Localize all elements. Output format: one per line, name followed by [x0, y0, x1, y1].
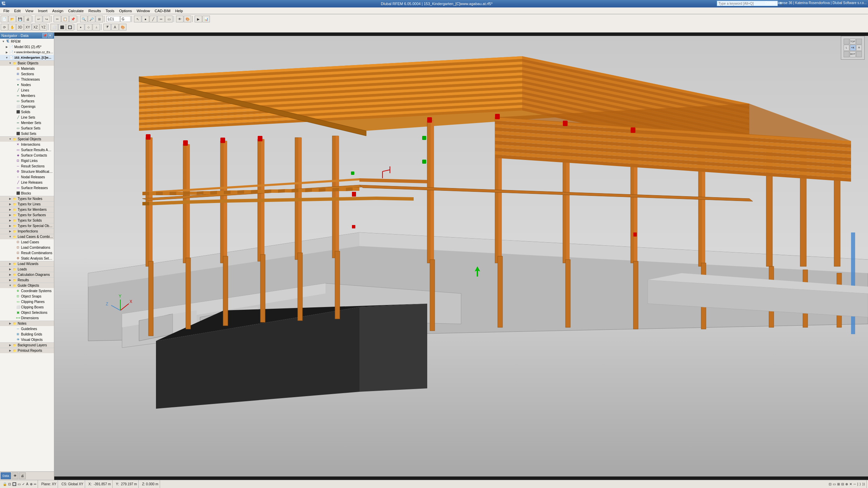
tb-new[interactable]: 📄 — [1, 16, 8, 22]
lc-input2[interactable] — [120, 16, 131, 22]
nav-data-btn[interactable]: Data — [1, 472, 11, 479]
tb2-wire[interactable]: ⬜ — [51, 24, 58, 30]
tree-typesnodes[interactable]: ▶ 📁 Types for Nodes — [0, 196, 54, 201]
tb2-colors[interactable]: 🎨 — [119, 24, 126, 30]
tb-cut[interactable]: ✂ — [54, 16, 61, 22]
tb2-rotate[interactable]: ⟳ — [1, 24, 8, 30]
nav-print-btn[interactable]: 🖨 — [19, 472, 26, 479]
status-icon-r1[interactable]: ⊡ — [829, 482, 831, 486]
tree-intersections[interactable]: ▶ ✕ Intersections — [0, 142, 54, 147]
menu-tools[interactable]: Tools — [103, 8, 116, 14]
tree-staticsettings[interactable]: ▶ ⚙ Static Analysis Settings — [0, 256, 54, 261]
tree-openings[interactable]: ▶ ⬜ Openings — [0, 104, 54, 109]
tree-blocks[interactable]: ▶ ⬛ Blocks — [0, 190, 54, 196]
tb2-labels[interactable]: A — [111, 24, 119, 30]
tb-copy[interactable]: 📋 — [61, 16, 69, 22]
tree-loads[interactable]: ▶ 📁 Loads — [0, 266, 54, 272]
tree-thicknesses[interactable]: ▶ ▭ Thicknesses — [0, 77, 54, 82]
menu-file[interactable]: File — [1, 8, 12, 14]
expander-printreports[interactable]: ▶ — [8, 349, 12, 353]
tree-loadcasesitem[interactable]: ▶ ⊡ Load Cases — [0, 239, 54, 245]
tree-typesspecial[interactable]: ▶ 📁 Types for Special Objects — [0, 223, 54, 228]
expander-bglayers[interactable]: ▶ — [8, 343, 12, 347]
tree-model153[interactable]: ▼ 📄 153_Kindergarten_[C]www... — [0, 55, 54, 60]
tb-surface[interactable]: ▭ — [165, 16, 173, 22]
expander-specialobj[interactable]: ▼ — [8, 137, 12, 141]
tree-typeslines[interactable]: ▶ 📁 Types for Lines — [0, 201, 54, 207]
tree-solidsets[interactable]: ▶ ⬛ Solid Sets — [0, 131, 54, 136]
expander-rfem[interactable]: ▼ — [1, 39, 5, 43]
tree-clippingplanes[interactable]: ▶ ▭ Clipping Planes — [0, 299, 54, 304]
tree-rfem-root[interactable]: ▼ 🏗 RFEM — [0, 39, 54, 44]
tree-solids[interactable]: ▶ ⬛ Solids — [0, 109, 54, 115]
tree-imperfections[interactable]: ▶ 📁 Imperfections — [0, 228, 54, 234]
expander-loads[interactable]: ▶ — [8, 267, 12, 271]
expander-typesnodes[interactable]: ▶ — [8, 197, 12, 201]
tree-membersets[interactable]: ▶ ═ Member Sets — [0, 120, 54, 125]
navigation-cube[interactable]: TOP L +X R BOT — [841, 36, 865, 60]
tree-model001[interactable]: ▶ 📄 Model 001 (2).rf5* — [0, 44, 54, 49]
tree-dimensions[interactable]: ▶ ⟺ Dimensions — [0, 315, 54, 321]
status-icon-r5[interactable]: ⊕ — [845, 482, 848, 486]
tb-results[interactable]: 📊 — [202, 16, 210, 22]
expander-typeslines[interactable]: ▶ — [8, 202, 12, 206]
tb2-render2[interactable]: 🔲 — [66, 24, 74, 30]
tree-specialobj[interactable]: ▼ 📁 Special Objects — [0, 136, 54, 142]
tb-open[interactable]: 📂 — [8, 16, 16, 22]
tb2-yz[interactable]: YZ — [40, 24, 47, 30]
menu-options[interactable]: Options — [117, 8, 134, 14]
tb2-xy[interactable]: XY — [24, 24, 32, 30]
tree-typessolids[interactable]: ▶ 📁 Types for Solids — [0, 218, 54, 223]
tree-notes[interactable]: ▶ 📁 Notes — [0, 321, 54, 326]
tree-buildinggrids[interactable]: ▶ ⊞ Building Grids — [0, 331, 54, 337]
statusbar-icon2[interactable]: ⊡ — [8, 482, 11, 486]
tree-nodes[interactable]: ▶ ● Nodes — [0, 82, 54, 87]
tb-select-mode[interactable]: ↖ — [134, 16, 141, 22]
menu-calculate[interactable]: Calculate — [66, 8, 86, 14]
expander-guideobj[interactable]: ▼ — [8, 284, 12, 288]
status-icon-r8[interactable]: | — [857, 482, 858, 486]
status-icon-r2[interactable]: ▭ — [833, 482, 836, 486]
tb-node[interactable]: ● — [142, 16, 149, 22]
tree-typesmembers[interactable]: ▶ 📁 Types for Members — [0, 207, 54, 212]
expander-model153[interactable]: ▼ — [5, 56, 9, 60]
tree-calcdiagrams[interactable]: ▶ 📁 Calculation Diagrams — [0, 272, 54, 277]
tree-linereleases[interactable]: ▶ ╱ Line Releases — [0, 180, 54, 185]
menu-assign[interactable]: Assign — [50, 8, 65, 14]
statusbar-icon8[interactable]: ═ — [34, 482, 36, 486]
navigator-close-btn[interactable]: ✕ — [48, 33, 53, 38]
tree-nodalreleases[interactable]: ▶ ○ Nodal Releases — [0, 174, 54, 180]
tree-materials[interactable]: ▶ ▤ Materials — [0, 66, 54, 71]
tree-members[interactable]: ▶ ═ Members — [0, 93, 54, 98]
tb2-xz[interactable]: XZ — [32, 24, 39, 30]
tree-loadwizards[interactable]: ▶ 📁 Load Wizards — [0, 261, 54, 266]
menu-cadbim[interactable]: CAD-BIM — [153, 8, 172, 14]
status-icon-r10[interactable]: ⟩⟩ — [862, 482, 865, 486]
tree-loadcombinations[interactable]: ▶ ⊡ Load Combinations — [0, 245, 54, 250]
tree-printreports[interactable]: ▶ 📁 Printout Reports — [0, 348, 54, 353]
tb2-filter[interactable]: ⧩ — [103, 24, 111, 30]
expander-notes[interactable]: ▶ — [8, 322, 12, 326]
tb-member[interactable]: ═ — [157, 16, 165, 22]
expander-imperfections[interactable]: ▶ — [8, 229, 12, 233]
tree-sections[interactable]: ▶ ⊞ Sections — [0, 71, 54, 77]
tree-basicobj[interactable]: ▼ 📁 Basic Objects — [0, 60, 54, 66]
menu-results[interactable]: Results — [86, 8, 103, 14]
expander-loadcases[interactable]: ▼ — [8, 235, 12, 239]
tb-zoom-all[interactable]: ⊞ — [96, 16, 103, 22]
tb2-pan[interactable]: ✋ — [8, 24, 16, 30]
status-icon-r6[interactable]: ✕ — [849, 482, 852, 486]
viewport[interactable]: X Y Z TOP L +X R BOT — [54, 33, 868, 480]
expander-timberdesign[interactable]: ▶ — [5, 50, 9, 54]
tb-calc[interactable]: ▶ — [195, 16, 202, 22]
tb-zoom-out[interactable]: 🔎 — [88, 16, 95, 22]
tb-zoom-in[interactable]: 🔍 — [80, 16, 87, 22]
expander-model001[interactable]: ▶ — [5, 45, 9, 49]
tb-save[interactable]: 💾 — [16, 16, 24, 22]
expander-results[interactable]: ▶ — [8, 278, 12, 282]
tb2-snap-nodes[interactable]: ● — [77, 24, 84, 30]
menu-edit[interactable]: Edit — [12, 8, 23, 14]
statusbar-icon1[interactable]: 🔒 — [3, 482, 7, 486]
tree-objectsnaps[interactable]: ▶ ⊡ Object Snaps — [0, 293, 54, 299]
tree-surfresadj[interactable]: ▶ ▭ Surface Results Adjustments — [0, 147, 54, 152]
